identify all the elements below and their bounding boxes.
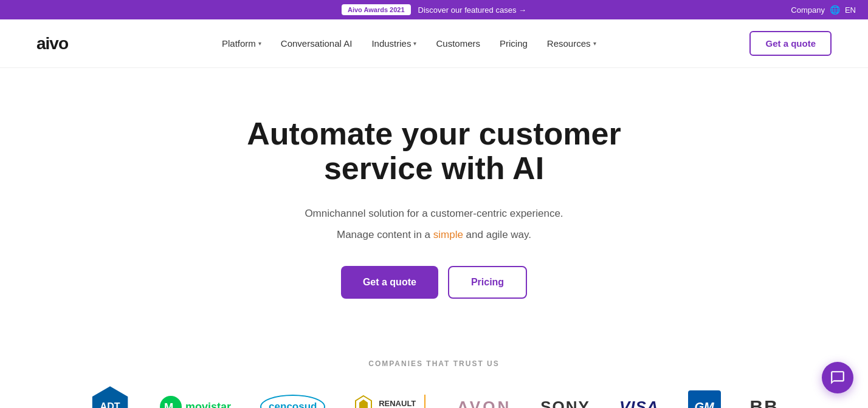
nav-item-industries[interactable]: Industries ▾: [371, 38, 416, 49]
svg-text:M: M: [164, 401, 173, 408]
hero-get-quote-button[interactable]: Get a quote: [341, 266, 438, 299]
nav-get-quote-button[interactable]: Get a quote: [749, 31, 832, 56]
logo-gm: GM: [688, 390, 721, 408]
globe-icon: 🌐: [830, 5, 840, 15]
chat-icon: [830, 370, 846, 386]
logo-avon: AVON: [457, 398, 511, 408]
company-label[interactable]: Company: [791, 5, 825, 15]
nav-item-platform[interactable]: Platform ▾: [222, 38, 261, 49]
hero-pricing-button[interactable]: Pricing: [448, 266, 527, 299]
logo-text: aivo: [36, 34, 68, 53]
logos-row: ADT M movistar cencosud RENAULT Passion …: [36, 386, 832, 408]
nav-label-conversational-ai: Conversational AI: [281, 38, 353, 49]
chevron-down-icon: ▾: [593, 40, 596, 47]
nav-label-platform: Platform: [222, 38, 256, 49]
navbar: aivo Platform ▾ Conversational AI Indust…: [0, 19, 868, 68]
chat-bubble-button[interactable]: [822, 362, 853, 393]
banner-content: Aivo Awards 2021 Discover our featured c…: [342, 4, 526, 15]
awards-badge[interactable]: Aivo Awards 2021: [342, 4, 411, 15]
nav-label-pricing: Pricing: [500, 38, 528, 49]
hero-section: Automate your customer service with AI O…: [0, 68, 868, 335]
logo-sony: SONY: [540, 398, 590, 408]
logo-cencosud: cencosud: [260, 395, 325, 408]
nav-label-customers: Customers: [436, 38, 480, 49]
language-selector[interactable]: EN: [845, 5, 856, 15]
movistar-icon: M: [160, 396, 182, 408]
svg-marker-2: [359, 399, 368, 408]
nav-label-industries: Industries: [371, 38, 411, 49]
companies-section: COMPANIES THAT TRUST US ADT M movistar c…: [0, 335, 868, 408]
companies-label: COMPANIES THAT TRUST US: [36, 359, 832, 368]
top-banner: Aivo Awards 2021 Discover our featured c…: [0, 0, 868, 19]
nav-item-conversational-ai[interactable]: Conversational AI: [281, 38, 353, 49]
nav-item-resources[interactable]: Resources ▾: [547, 38, 596, 49]
hero-subtext-line2-text: Manage content in a simple and agile way…: [337, 229, 531, 240]
renault-text: RENAULT Passion for life: [377, 399, 417, 408]
renault-diamond-icon: [354, 395, 373, 408]
featured-cases-link[interactable]: Discover our featured cases →: [418, 5, 526, 15]
chevron-down-icon: ▾: [258, 40, 261, 47]
movistar-text: movistar: [185, 401, 231, 408]
logo-bb: BB: [750, 396, 779, 408]
logo-visa: VISA: [619, 398, 659, 408]
nav-item-pricing[interactable]: Pricing: [500, 38, 528, 49]
chevron-down-icon: ▾: [413, 40, 416, 47]
logo-movistar: M movistar: [160, 396, 231, 408]
nav-item-customers[interactable]: Customers: [436, 38, 480, 49]
logo[interactable]: aivo: [36, 34, 68, 53]
banner-right: Company 🌐 EN: [791, 5, 856, 15]
logo-adt: ADT: [89, 386, 131, 408]
hero-subtext-line2: Manage content in a simple and agile way…: [12, 226, 856, 244]
movistar-m-shape: M: [164, 400, 177, 408]
hero-headline: Automate your customer service with AI: [191, 117, 677, 186]
hero-subtext-line1: Omnichannel solution for a customer-cent…: [12, 205, 856, 223]
logo-renault: RENAULT Passion for life: [354, 395, 428, 408]
nav-label-resources: Resources: [547, 38, 591, 49]
renault-divider: [424, 395, 425, 408]
hero-buttons: Get a quote Pricing: [12, 266, 856, 299]
nav-links: Platform ▾ Conversational AI Industries …: [222, 38, 596, 49]
